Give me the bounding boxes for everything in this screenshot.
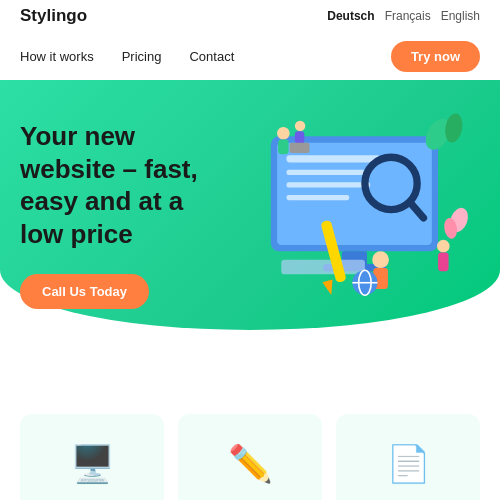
svg-point-13: [372, 251, 389, 268]
card-1: 🖥️: [20, 414, 164, 500]
svg-rect-4: [287, 182, 371, 187]
nav-links: How it works Pricing Contact: [20, 49, 234, 64]
hero-svg: [229, 100, 480, 340]
cards-section: 🖥️ ✏️ 📄: [0, 400, 500, 500]
hero-title: Your new website – fast, easy and at a l…: [20, 120, 229, 250]
svg-marker-19: [323, 280, 337, 297]
svg-rect-12: [278, 140, 288, 155]
hero-section: Your new website – fast, easy and at a l…: [0, 80, 500, 390]
try-now-button[interactable]: Try now: [391, 41, 480, 72]
svg-rect-21: [438, 252, 448, 271]
svg-point-20: [437, 240, 450, 253]
lang-francais[interactable]: Français: [385, 9, 431, 23]
svg-point-11: [277, 127, 290, 140]
card-3-icon: 📄: [386, 443, 431, 485]
nav-pricing[interactable]: Pricing: [122, 49, 162, 64]
main-nav: How it works Pricing Contact Try now: [0, 32, 500, 80]
top-bar: Stylingo Deutsch Français English: [0, 0, 500, 32]
nav-how-it-works[interactable]: How it works: [20, 49, 94, 64]
svg-rect-3: [287, 170, 365, 175]
svg-rect-27: [295, 131, 304, 144]
card-3: 📄: [336, 414, 480, 500]
lang-english[interactable]: English: [441, 9, 480, 23]
lang-deutsch[interactable]: Deutsch: [327, 9, 374, 23]
logo: Stylingo: [20, 6, 87, 26]
card-2: ✏️: [178, 414, 322, 500]
call-us-button[interactable]: Call Us Today: [20, 274, 149, 309]
language-switcher: Deutsch Français English: [327, 9, 480, 23]
hero-content: Your new website – fast, easy and at a l…: [0, 80, 500, 390]
svg-rect-2: [287, 155, 381, 162]
svg-rect-5: [287, 195, 350, 200]
nav-contact[interactable]: Contact: [189, 49, 234, 64]
hero-illustration: [229, 100, 480, 340]
card-2-icon: ✏️: [228, 443, 273, 485]
svg-point-26: [295, 121, 305, 131]
svg-rect-10: [281, 260, 365, 275]
hero-text-block: Your new website – fast, easy and at a l…: [20, 100, 229, 309]
card-1-icon: 🖥️: [70, 443, 115, 485]
svg-rect-28: [290, 143, 310, 153]
